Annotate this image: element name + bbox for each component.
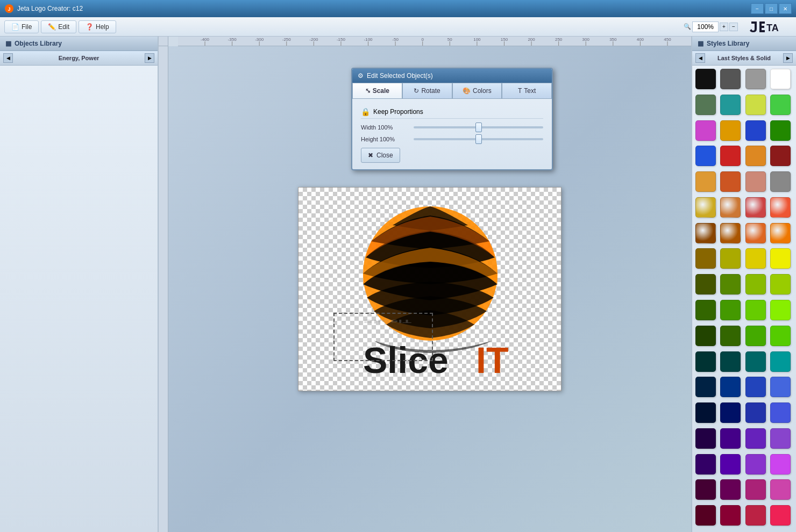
styles-next-button[interactable]: ▶ bbox=[783, 53, 793, 63]
color-swatch[interactable] bbox=[720, 95, 741, 115]
color-swatch[interactable] bbox=[745, 95, 766, 115]
close-button[interactable]: ✕ bbox=[779, 3, 792, 14]
color-swatch[interactable] bbox=[770, 479, 791, 500]
color-swatch[interactable] bbox=[695, 377, 716, 397]
color-swatch[interactable] bbox=[695, 95, 716, 115]
color-swatch[interactable] bbox=[745, 223, 766, 243]
help-label: Help bbox=[96, 23, 109, 31]
close-button[interactable]: ✖ Close bbox=[361, 148, 400, 163]
color-swatch[interactable] bbox=[720, 505, 741, 526]
color-swatch[interactable] bbox=[720, 223, 741, 243]
color-swatch[interactable] bbox=[770, 377, 791, 397]
color-swatch[interactable] bbox=[695, 171, 716, 192]
color-swatch[interactable] bbox=[745, 377, 766, 397]
color-swatch[interactable] bbox=[770, 69, 791, 89]
color-swatch[interactable] bbox=[695, 274, 716, 294]
color-swatch[interactable] bbox=[720, 300, 741, 320]
help-menu[interactable]: ❓ Help bbox=[79, 20, 116, 33]
color-swatch[interactable] bbox=[770, 326, 791, 346]
color-swatch[interactable] bbox=[745, 248, 766, 269]
color-swatch[interactable] bbox=[745, 402, 766, 423]
color-swatch[interactable] bbox=[770, 171, 791, 192]
color-swatch[interactable] bbox=[770, 505, 791, 526]
color-swatch[interactable] bbox=[770, 95, 791, 115]
width-slider[interactable] bbox=[414, 126, 543, 128]
color-swatch[interactable] bbox=[745, 454, 766, 475]
color-swatch[interactable] bbox=[770, 428, 791, 449]
color-swatch[interactable] bbox=[745, 479, 766, 500]
icon-grid-container[interactable] bbox=[0, 66, 158, 532]
tab-text[interactable]: T Text bbox=[502, 83, 552, 98]
zoom-in-button[interactable]: + bbox=[720, 23, 728, 31]
svg-text:-300: -300 bbox=[255, 37, 264, 42]
color-swatch[interactable] bbox=[720, 351, 741, 372]
color-swatch[interactable] bbox=[720, 197, 741, 218]
color-swatch[interactable] bbox=[770, 300, 791, 320]
color-swatch[interactable] bbox=[770, 454, 791, 475]
color-swatch[interactable] bbox=[745, 351, 766, 372]
color-swatch[interactable] bbox=[720, 377, 741, 397]
color-swatch[interactable] bbox=[770, 223, 791, 243]
library-prev-button[interactable]: ◀ bbox=[3, 53, 13, 63]
height-slider[interactable] bbox=[414, 138, 543, 140]
tab-colors[interactable]: 🎨 Colors bbox=[452, 83, 502, 98]
color-swatch[interactable] bbox=[720, 402, 741, 423]
color-swatch[interactable] bbox=[745, 146, 766, 166]
color-swatch[interactable] bbox=[695, 351, 716, 372]
logo-canvas[interactable]: Slice IT SliceIT bbox=[298, 187, 562, 391]
dialog-tabs: ⤡ Scale ↻ Rotate 🎨 Colors T bbox=[352, 83, 552, 99]
color-swatch[interactable] bbox=[720, 479, 741, 500]
library-icon: ▦ bbox=[5, 40, 11, 47]
color-swatch[interactable] bbox=[720, 428, 741, 449]
color-swatch[interactable] bbox=[770, 351, 791, 372]
color-swatch[interactable] bbox=[745, 428, 766, 449]
maximize-button[interactable]: □ bbox=[765, 3, 778, 14]
color-swatch[interactable] bbox=[720, 171, 741, 192]
file-menu[interactable]: 📄 File bbox=[4, 20, 39, 33]
zoom-out-button[interactable]: − bbox=[729, 23, 738, 31]
color-swatch[interactable] bbox=[720, 120, 741, 141]
color-swatch[interactable] bbox=[695, 428, 716, 449]
color-swatch[interactable] bbox=[695, 197, 716, 218]
color-swatch[interactable] bbox=[695, 248, 716, 269]
color-swatch[interactable] bbox=[720, 326, 741, 346]
color-swatch[interactable] bbox=[745, 274, 766, 294]
color-swatch[interactable] bbox=[695, 402, 716, 423]
color-swatch[interactable] bbox=[720, 248, 741, 269]
color-swatch[interactable] bbox=[770, 120, 791, 141]
color-swatch[interactable] bbox=[695, 146, 716, 166]
color-swatch[interactable] bbox=[770, 402, 791, 423]
library-next-button[interactable]: ▶ bbox=[145, 53, 154, 63]
styles-prev-button[interactable]: ◀ bbox=[695, 53, 705, 63]
color-swatch[interactable] bbox=[745, 69, 766, 89]
color-swatch[interactable] bbox=[745, 505, 766, 526]
color-swatch[interactable] bbox=[695, 300, 716, 320]
styles-library-header: ▦ Styles Library bbox=[692, 37, 796, 51]
color-swatch[interactable] bbox=[770, 197, 791, 218]
color-swatch[interactable] bbox=[745, 300, 766, 320]
color-swatch[interactable] bbox=[695, 223, 716, 243]
tab-scale[interactable]: ⤡ Scale bbox=[352, 83, 402, 98]
color-swatch[interactable] bbox=[720, 274, 741, 294]
color-swatch[interactable] bbox=[745, 120, 766, 141]
color-swatch[interactable] bbox=[695, 326, 716, 346]
color-swatch[interactable] bbox=[770, 248, 791, 269]
color-swatch[interactable] bbox=[770, 146, 791, 166]
color-swatch[interactable] bbox=[720, 69, 741, 89]
minimize-button[interactable]: − bbox=[751, 3, 764, 14]
color-swatch[interactable] bbox=[720, 146, 741, 166]
color-swatch[interactable] bbox=[745, 171, 766, 192]
color-swatch[interactable] bbox=[695, 505, 716, 526]
color-swatch[interactable] bbox=[695, 120, 716, 141]
canvas-area[interactable]: Slice IT SliceIT ⚙ Edit Selected Object(… bbox=[168, 46, 691, 532]
color-swatch[interactable] bbox=[745, 326, 766, 346]
tab-rotate[interactable]: ↻ Rotate bbox=[402, 83, 452, 98]
color-swatch[interactable] bbox=[770, 274, 791, 294]
color-swatch[interactable] bbox=[695, 479, 716, 500]
color-swatch[interactable] bbox=[695, 454, 716, 475]
color-swatch[interactable] bbox=[720, 454, 741, 475]
color-swatch[interactable] bbox=[745, 197, 766, 218]
color-swatch[interactable] bbox=[695, 69, 716, 89]
edit-menu[interactable]: ✏️ Edit bbox=[41, 20, 76, 33]
file-label: File bbox=[22, 23, 32, 31]
